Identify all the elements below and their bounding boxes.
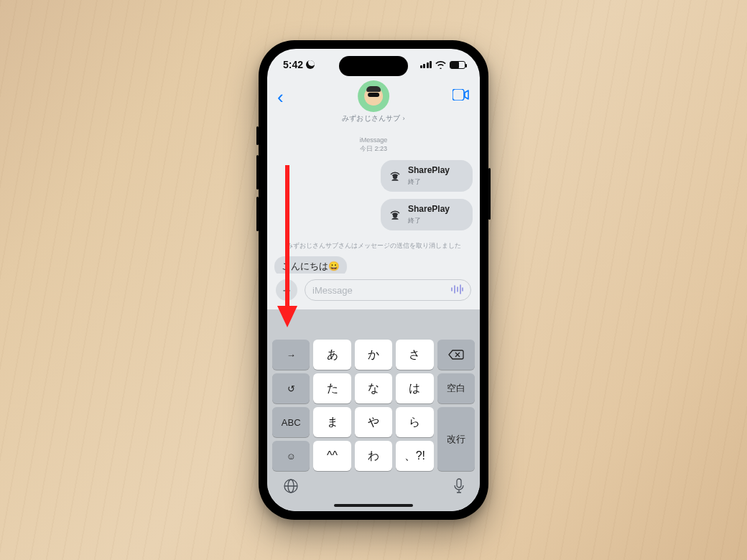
key-ta[interactable]: た: [313, 373, 351, 403]
key-ra[interactable]: ら: [396, 407, 433, 437]
key-punct[interactable]: 、?!: [396, 441, 433, 471]
contact-name: みずおじさんサブ ›: [342, 114, 405, 123]
shareplay-bubble[interactable]: SharePlay終了: [381, 199, 473, 230]
key-ya[interactable]: や: [355, 407, 392, 437]
back-button[interactable]: ‹: [277, 88, 284, 106]
messages-scroll[interactable]: iMessage 今日 2:23 SharePlay終了 SharePlay終了…: [267, 136, 480, 274]
key-space[interactable]: 空白: [437, 373, 475, 403]
dictation-button[interactable]: [454, 478, 464, 497]
compose-bar: ＋ iMessage: [267, 274, 480, 309]
message-input[interactable]: iMessage: [305, 279, 471, 301]
svg-rect-11: [457, 479, 461, 487]
candidate-bar[interactable]: [270, 314, 477, 340]
keyboard: → あ か さ ↺ た な は 空白 ABC ま や ら 改行 ☺ ^^ わ: [267, 309, 480, 511]
facetime-button[interactable]: [453, 89, 470, 103]
key-abc[interactable]: ABC: [272, 407, 310, 437]
backspace-icon: [448, 350, 464, 360]
key-wa[interactable]: わ: [355, 441, 392, 471]
contact-avatar: [358, 80, 389, 112]
unsend-system-message: みずおじさんサブさんはメッセージの送信を取り消しました: [274, 242, 473, 251]
apps-plus-button[interactable]: ＋: [276, 279, 297, 301]
key-na[interactable]: な: [355, 373, 392, 403]
key-undo[interactable]: ↺: [272, 373, 310, 403]
incoming-message[interactable]: こんにちは😀: [274, 256, 347, 274]
key-ka[interactable]: か: [355, 340, 392, 370]
svg-rect-0: [453, 89, 464, 101]
key-next-candidate[interactable]: →: [272, 340, 310, 370]
shareplay-bubble[interactable]: SharePlay終了: [381, 160, 473, 192]
key-a[interactable]: あ: [313, 340, 351, 370]
key-kaomoji[interactable]: ^^: [313, 441, 351, 471]
focus-moon-icon: [306, 60, 315, 69]
contact-button[interactable]: みずおじさんサブ ›: [342, 80, 405, 123]
home-indicator[interactable]: [334, 504, 413, 507]
key-return[interactable]: 改行: [437, 407, 475, 471]
dynamic-island: [339, 56, 408, 76]
shareplay-icon: [388, 169, 402, 183]
iphone-frame: 5:42 ‹ みずおじさんサブ › iMessage 今: [259, 40, 488, 520]
globe-icon: [283, 478, 299, 494]
message-placeholder: iMessage: [312, 285, 353, 296]
clock: 5:42: [283, 59, 303, 70]
audio-message-icon[interactable]: [450, 284, 463, 297]
screen: 5:42 ‹ みずおじさんサブ › iMessage 今: [267, 49, 480, 511]
cellular-icon: [420, 61, 432, 68]
shareplay-icon: [388, 207, 402, 222]
key-backspace[interactable]: [437, 340, 475, 370]
battery-icon: [450, 61, 465, 69]
key-ha[interactable]: は: [396, 373, 433, 403]
mic-icon: [454, 478, 464, 494]
key-sa[interactable]: さ: [396, 340, 433, 370]
messages-header: ‹ みずおじさんサブ ›: [267, 80, 480, 136]
wifi-icon: [435, 61, 446, 69]
key-ma[interactable]: ま: [313, 407, 351, 437]
key-emoji[interactable]: ☺: [272, 441, 310, 471]
thread-meta: iMessage 今日 2:23: [274, 136, 473, 153]
globe-button[interactable]: [283, 478, 299, 497]
key-grid: → あ か さ ↺ た な は 空白 ABC ま や ら 改行 ☺ ^^ わ: [270, 340, 477, 471]
